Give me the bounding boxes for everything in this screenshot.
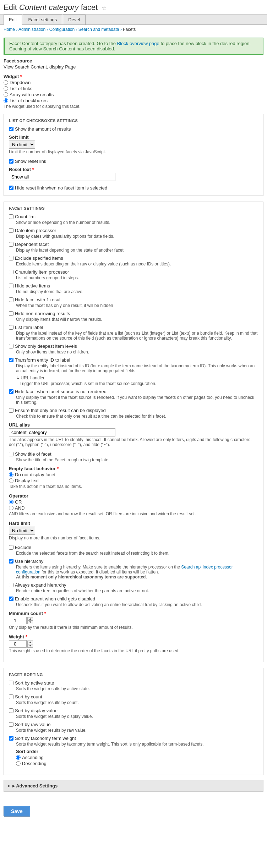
hard-limit-select[interactable]: No limit xyxy=(9,527,35,535)
tab-edit[interactable]: Edit xyxy=(4,15,22,25)
weight-spinner: ▲ ▼ xyxy=(9,640,258,648)
weight-label: Weight * xyxy=(9,634,258,639)
operator-or-radio[interactable] xyxy=(9,500,13,504)
list-item-label-desc: Display the label instead of the key of … xyxy=(16,331,258,341)
exclude-checkbox[interactable] xyxy=(9,545,13,550)
count-limit-checkbox[interactable] xyxy=(9,214,13,219)
soft-limit-select[interactable]: No limit xyxy=(9,141,35,149)
always-expand-checkbox[interactable] xyxy=(9,583,13,587)
weight-up[interactable]: ▲ xyxy=(27,641,33,644)
checkboxes-settings-section: List of Checkboxes Settings Show the amo… xyxy=(4,114,263,196)
sort-display-value-checkbox[interactable] xyxy=(9,708,13,713)
bookmark-star-icon[interactable]: ☆ xyxy=(102,5,107,11)
empty-do-not-display-radio[interactable] xyxy=(9,472,13,477)
tab-devel[interactable]: Devel xyxy=(63,15,85,24)
sort-by-count-checkbox[interactable] xyxy=(9,694,13,699)
breadcrumb-administration[interactable]: Administration xyxy=(18,27,45,32)
use-hierarchy-checkbox[interactable] xyxy=(9,559,13,564)
hide-non-narrowing-checkbox[interactable] xyxy=(9,311,13,316)
sort-active-state-desc: Sorts the widget results by active state… xyxy=(16,686,258,691)
sort-active-state-checkbox[interactable] xyxy=(9,681,13,685)
block-overview-link[interactable]: Block overview page xyxy=(117,41,159,46)
sort-raw-value-field: Sort by raw value xyxy=(9,722,258,727)
count-limit-desc: Show or hide depending on the number of … xyxy=(16,220,258,225)
widget-checkboxes-radio[interactable] xyxy=(4,98,8,103)
empty-do-not-display-option: Do not display facet xyxy=(9,472,258,477)
url-alias-label: URL alias xyxy=(9,422,258,428)
enable-parent-disabled-checkbox[interactable] xyxy=(9,597,13,601)
reset-text-input[interactable] xyxy=(9,173,115,181)
operator-and-radio[interactable] xyxy=(9,506,13,510)
sort-order-label: Sort order xyxy=(16,749,258,754)
granularity-processor-checkbox[interactable] xyxy=(9,270,13,274)
breadcrumb-configuration[interactable]: Configuration xyxy=(49,27,75,32)
sort-taxonomy-weight-checkbox[interactable] xyxy=(9,736,13,741)
hide-facet-not-rendered-checkbox[interactable] xyxy=(9,389,13,394)
breadcrumb-current: Facets xyxy=(123,27,136,32)
date-processor-desc: Display dates with granularity options f… xyxy=(16,234,258,239)
hard-limit-label: Hard limit xyxy=(9,521,258,526)
sort-display-value-desc: Sorts the widget results by display valu… xyxy=(16,714,258,719)
sort-raw-value-desc: Sorts the widget results by raw value. xyxy=(16,728,258,733)
url-handler-label: ↳ URL handler xyxy=(16,375,258,380)
sort-by-count-field: Sort by count xyxy=(9,694,258,699)
soft-limit-desc: Limit the number of displayed facets via… xyxy=(9,149,258,154)
exclude-specified-checkbox[interactable] xyxy=(9,256,13,260)
show-deepest-checkbox[interactable] xyxy=(9,344,13,348)
show-title-checkbox[interactable] xyxy=(9,452,13,456)
operator-field: Operator OR AND AND filters are exclusiv… xyxy=(9,493,258,516)
minimum-count-down[interactable]: ▼ xyxy=(27,621,33,624)
tab-bar: Edit Facet settings Devel xyxy=(0,15,267,25)
url-alias-input[interactable] xyxy=(9,428,115,436)
date-processor-checkbox[interactable] xyxy=(9,228,13,233)
empty-facet-behavior-label: Empty facet behavior * xyxy=(9,466,258,471)
empty-facet-desc: Take this action if a facet has no items… xyxy=(9,484,258,489)
minimum-count-field: Minimum count * ▲ ▼ Only display the res… xyxy=(9,611,258,630)
widget-section: Widget * Dropdown List of links Array wi… xyxy=(4,74,263,109)
advanced-expand-icon: ▸ xyxy=(8,784,10,788)
soft-limit-field: Soft limit No limit Limit the number of … xyxy=(9,134,258,154)
minimum-count-up[interactable]: ▲ xyxy=(27,617,33,621)
sort-by-count-desc: Sorts the widget results by count. xyxy=(16,700,258,705)
hide-active-checkbox[interactable] xyxy=(9,284,13,288)
sort-descending-radio[interactable] xyxy=(16,761,21,766)
exclude-field: Exclude xyxy=(9,545,258,550)
hide-active-desc: Do not display items that are active. xyxy=(16,289,258,294)
reset-text-label: Reset text * xyxy=(9,167,258,172)
operator-or-option: OR xyxy=(9,499,258,505)
tab-facet-settings[interactable]: Facet settings xyxy=(23,15,62,24)
url-alias-desc: The alias appears in the URL to identify… xyxy=(9,437,258,447)
exclude-specified-field: Exclude specified items xyxy=(9,256,258,261)
show-reset-checkbox[interactable] xyxy=(9,159,13,164)
hide-reset-checkbox[interactable] xyxy=(9,186,13,190)
sort-display-value-field: Sort by display value xyxy=(9,708,258,713)
minimum-count-input[interactable] xyxy=(9,617,27,624)
breadcrumb-search-metadata[interactable]: Search and metadata xyxy=(78,27,119,32)
widget-checkboxes-option: List of checkboxes xyxy=(4,98,263,103)
reset-text-field: Reset text * xyxy=(9,167,258,181)
facet-source-section: Facet source View Search Content, displa… xyxy=(4,58,263,70)
sort-ascending-radio[interactable] xyxy=(16,755,21,760)
list-item-label-checkbox[interactable] xyxy=(9,325,13,330)
save-button[interactable]: Save xyxy=(4,806,30,817)
hide-facet-one-checkbox[interactable] xyxy=(9,297,13,302)
widget-array-radio[interactable] xyxy=(4,92,8,97)
widget-dropdown-radio[interactable] xyxy=(4,80,8,85)
weight-input[interactable] xyxy=(9,640,27,648)
empty-display-text-radio[interactable] xyxy=(9,478,13,483)
facet-settings-section: Facet Settings Count limit Show or hide … xyxy=(4,202,263,662)
only-one-result-checkbox[interactable] xyxy=(9,408,13,413)
weight-down[interactable]: ▼ xyxy=(27,644,33,648)
count-limit-field: Count limit xyxy=(9,214,258,219)
widget-listlinks-radio[interactable] xyxy=(4,86,8,91)
facet-sorting-title: Facet Sorting xyxy=(9,672,258,677)
dependent-facet-checkbox[interactable] xyxy=(9,242,13,247)
show-amount-checkbox[interactable] xyxy=(9,127,13,131)
advanced-settings-toggle[interactable]: ▸ ▸ Advanced Settings xyxy=(4,780,263,791)
advanced-settings-label: ▸ Advanced Settings xyxy=(12,783,58,789)
breadcrumb-home[interactable]: Home xyxy=(4,27,15,32)
date-processor-field: Date item processor xyxy=(9,228,258,233)
transform-entity-checkbox[interactable] xyxy=(9,358,13,362)
sort-raw-value-checkbox[interactable] xyxy=(9,722,13,727)
sort-taxonomy-weight-field: Sort by taxonomy term weight xyxy=(9,736,258,741)
